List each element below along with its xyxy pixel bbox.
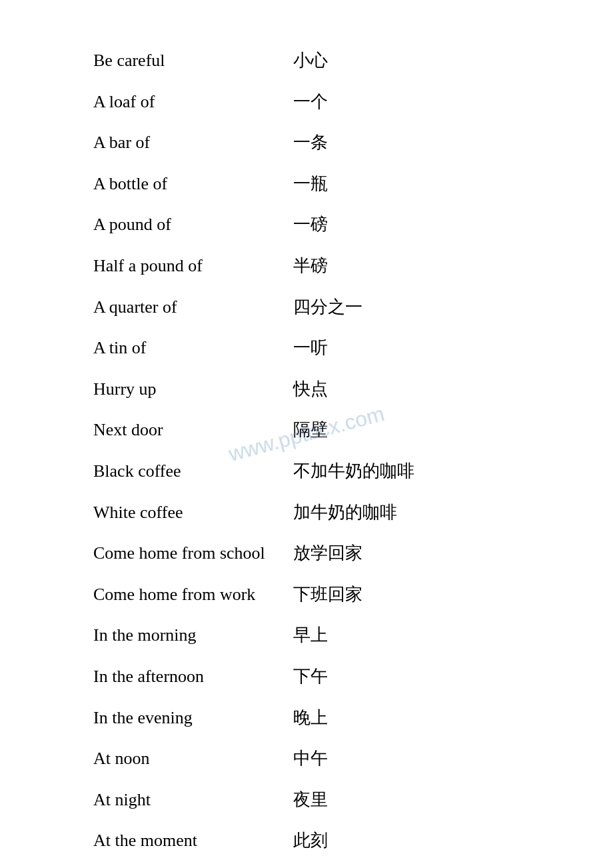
vocab-chinese: 放学回家: [293, 539, 362, 567]
vocab-item: Black coffee不加牛奶的咖啡: [93, 451, 520, 492]
vocab-item: Come home from work下班回家: [93, 574, 520, 615]
vocab-english: Next door: [93, 416, 280, 444]
vocab-item: At night夜里: [93, 779, 520, 821]
vocab-item: A pound of一磅: [93, 204, 520, 245]
vocab-item: A loaf of一个: [93, 81, 520, 123]
vocab-chinese: 一瓶: [293, 170, 328, 198]
vocab-item: White coffee加牛奶的咖啡: [93, 492, 520, 533]
vocab-item: A tin of一听: [93, 327, 520, 369]
vocab-english: In the afternoon: [93, 663, 280, 691]
vocab-chinese: 一条: [293, 129, 328, 157]
vocab-english: Come home from work: [93, 581, 280, 609]
vocab-item: What's the time?几点钟？: [93, 861, 520, 868]
vocab-chinese: 一磅: [293, 211, 328, 239]
vocab-item: Next door隔壁: [93, 409, 520, 451]
vocab-item: Be careful小心: [93, 40, 520, 81]
vocab-english: At noon: [93, 745, 280, 773]
vocab-english: At the moment: [93, 827, 280, 855]
vocab-chinese: 夜里: [293, 786, 328, 814]
vocab-item: A bar of一条: [93, 122, 520, 163]
vocab-item: In the morning早上: [93, 615, 520, 656]
vocab-chinese: 快点: [293, 375, 328, 403]
vocab-item: Come home from school放学回家: [93, 533, 520, 574]
vocab-item: A quarter of四分之一: [93, 287, 520, 328]
vocab-english: Be careful: [93, 47, 280, 75]
vocab-english: In the morning: [93, 621, 280, 649]
vocab-item: At the moment此刻: [93, 820, 520, 861]
vocab-chinese: 一听: [293, 334, 328, 362]
vocab-item: Half a pound of半磅: [93, 245, 520, 287]
vocab-english: A quarter of: [93, 293, 280, 321]
vocab-english: In the evening: [93, 704, 280, 732]
vocab-english: A pound of: [93, 211, 280, 239]
vocab-english: A bottle of: [93, 170, 280, 198]
vocab-chinese: 半磅: [293, 252, 328, 280]
vocab-chinese: 中午: [293, 745, 328, 773]
vocab-chinese: 不加牛奶的咖啡: [293, 457, 414, 485]
vocab-chinese: 下班回家: [293, 581, 362, 609]
vocab-english: Come home from school: [93, 539, 280, 567]
vocab-chinese: 下午: [293, 663, 328, 691]
vocab-english: Hurry up: [93, 375, 280, 403]
vocab-chinese: 小心: [293, 47, 328, 75]
vocab-chinese: 早上: [293, 621, 328, 649]
vocab-english: White coffee: [93, 499, 280, 527]
vocab-chinese: 四分之一: [293, 293, 362, 321]
vocab-item: In the afternoon下午: [93, 656, 520, 697]
vocab-chinese: 隔壁: [293, 416, 328, 444]
vocab-chinese: 此刻: [293, 827, 328, 855]
vocab-english: A tin of: [93, 334, 280, 362]
vocab-list: Be careful小心A loaf of一个A bar of一条A bottl…: [93, 40, 520, 868]
vocab-english: Black coffee: [93, 457, 280, 485]
vocab-chinese: 加牛奶的咖啡: [293, 499, 397, 527]
page-container: Be careful小心A loaf of一个A bar of一条A bottl…: [0, 0, 613, 868]
vocab-item: A bottle of一瓶: [93, 163, 520, 205]
vocab-item: Hurry up快点: [93, 369, 520, 410]
vocab-english: A bar of: [93, 129, 280, 157]
vocab-english: Half a pound of: [93, 252, 280, 280]
vocab-english: A loaf of: [93, 88, 280, 116]
vocab-chinese: 一个: [293, 88, 328, 116]
vocab-item: In the evening晚上: [93, 697, 520, 739]
vocab-chinese: 晚上: [293, 704, 328, 732]
vocab-english: At night: [93, 786, 280, 814]
vocab-item: At noon中午: [93, 738, 520, 779]
